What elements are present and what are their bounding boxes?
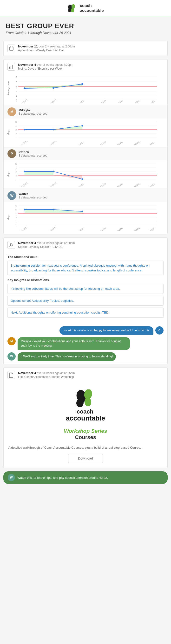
insight-3: Next: Additional thoughts on offering co… — [8, 308, 164, 318]
svg-text:1: 1 — [16, 224, 16, 226]
svg-point-26 — [24, 88, 26, 89]
insight-2-text: Options so far: Accessibility, Topics, L… — [10, 298, 160, 303]
patrick-name: Patrick — [18, 150, 47, 154]
svg-text:11/12/21: 11/12/21 — [99, 100, 107, 103]
svg-text:12/3/21: 12/3/21 — [148, 183, 155, 187]
walter-row: W Walter 3 data points recorded — [4, 188, 168, 202]
file-date: November 4 — [18, 371, 36, 375]
insight-3-text: Next: Additional thoughts on offering co… — [10, 310, 160, 315]
metric-card: November 4 over 3 weeks ago at 4:20pm Me… — [3, 59, 168, 234]
svg-text:3: 3 — [16, 128, 16, 131]
svg-text:3: 3 — [16, 170, 16, 173]
session-type: Session: — [18, 245, 29, 248]
svg-text:2: 2 — [16, 90, 17, 93]
insight-1-text: It's looking like subcommittees will be … — [10, 286, 160, 291]
svg-text:4: 4 — [16, 212, 16, 215]
file-type: File: — [18, 375, 24, 378]
svg-text:11/19/21: 11/19/21 — [116, 100, 124, 103]
svg-text:11/26/21: 11/26/21 — [133, 227, 140, 231]
session-date: November 4 — [18, 241, 36, 245]
svg-text:11/12/21: 11/12/21 — [99, 182, 107, 187]
chat-container: Loved this session - so happy to see eve… — [4, 324, 168, 364]
appointment-type: Appointment: — [18, 49, 35, 52]
svg-point-50 — [82, 125, 83, 127]
metric-date: November 4 — [18, 63, 36, 66]
svg-text:2: 2 — [16, 220, 16, 222]
message-2-avatar: M — [8, 337, 16, 345]
svg-text:11/26/21: 11/26/21 — [133, 182, 140, 187]
svg-text:1: 1 — [16, 95, 17, 98]
mikayla-name: Mikayla — [18, 108, 47, 112]
ca-logo-svg — [75, 390, 96, 407]
download-button[interactable]: Download — [68, 454, 103, 463]
patrick-chart-svg: 5 4 3 2 1 — [10, 161, 160, 187]
file-icon — [8, 371, 15, 379]
svg-text:5: 5 — [16, 163, 16, 165]
mikayla-avatar: M — [8, 108, 16, 116]
message-3: W It WAS such a lively time. This confer… — [8, 352, 164, 361]
svg-text:11/8/21: 11/8/21 — [78, 141, 84, 145]
y-axis-label-walter: days — [6, 203, 10, 231]
svg-text:11/8/21: 11/8/21 — [78, 100, 84, 103]
svg-text:12/3/21: 12/3/21 — [148, 228, 155, 231]
message-2: M Mikayla - loved your contributions and… — [8, 337, 164, 350]
situation-text: Brainstorming session for next year's co… — [10, 263, 160, 273]
svg-rect-4 — [10, 47, 13, 50]
mikayla-chart-svg: 5 4 3 2 1 10/22/21 — [10, 120, 160, 145]
svg-point-72 — [53, 171, 54, 172]
svg-text:3: 3 — [16, 86, 17, 88]
situation-box: Brainstorming session for next year's co… — [8, 260, 164, 275]
svg-text:11/26/21: 11/26/21 — [133, 100, 140, 103]
workshop-series-title: Workshop Series — [64, 428, 107, 434]
svg-text:1: 1 — [16, 136, 16, 139]
svg-text:4: 4 — [16, 81, 17, 83]
file-card: November 4 over 3 weeks ago at 12:25pm F… — [3, 368, 168, 468]
insight-2: Options so far: Accessibility, Topics, L… — [8, 296, 164, 306]
situation-label: The Situation/Focus — [8, 255, 164, 259]
svg-text:4: 4 — [16, 167, 16, 169]
appointment-card: November 11 over 2 weeks ago at 2:00pm A… — [3, 41, 168, 56]
svg-text:2: 2 — [16, 174, 16, 177]
mikayla-row: M Mikayla 3 data points recorded — [4, 105, 168, 118]
svg-text:10/29/21: 10/29/21 — [49, 226, 57, 231]
svg-point-97 — [82, 211, 83, 212]
message-1-avatar: C — [155, 326, 164, 334]
person-icon — [8, 241, 15, 249]
logo: coach accountable — [67, 3, 104, 13]
svg-text:1: 1 — [16, 178, 16, 181]
svg-text:2: 2 — [16, 132, 16, 135]
file-preview: coach accountable Workshop Series Course… — [4, 382, 168, 445]
svg-text:11/19/21: 11/19/21 — [116, 141, 124, 145]
metric-time-ago: over 3 weeks ago at 4:20pm — [37, 63, 73, 66]
svg-point-28 — [82, 83, 83, 85]
svg-text:10/29/21: 10/29/21 — [49, 140, 57, 145]
message-1: Loved this session - so happy to see eve… — [8, 326, 164, 335]
svg-point-96 — [53, 209, 54, 210]
svg-text:11/8/21: 11/8/21 — [78, 183, 84, 187]
svg-text:4: 4 — [16, 125, 16, 127]
svg-point-73 — [82, 178, 83, 180]
walter-chart-section: days 6 5 4 3 2 1 — [4, 202, 168, 234]
page-title: BEST GROUP EVER — [6, 22, 165, 30]
session-detail: Weekly Session - 11/4/21 — [30, 245, 62, 248]
svg-point-71 — [24, 171, 26, 172]
svg-text:10/22/21: 10/22/21 — [20, 99, 28, 103]
svg-rect-8 — [10, 67, 10, 69]
svg-text:10/29/21: 10/29/21 — [49, 99, 57, 103]
svg-point-95 — [24, 209, 26, 210]
file-time-ago: over 3 weeks ago at 12:25pm — [37, 371, 75, 375]
svg-text:10/22/21: 10/22/21 — [20, 226, 28, 231]
average-chart-svg: 5 4 3 2 1 0 — [10, 74, 160, 103]
svg-text:6: 6 — [16, 205, 16, 207]
svg-marker-69 — [24, 172, 54, 175]
svg-text:3: 3 — [16, 216, 16, 219]
svg-point-49 — [53, 129, 54, 130]
svg-text:5: 5 — [16, 208, 16, 211]
svg-text:10/29/21: 10/29/21 — [49, 182, 57, 187]
y-axis-label-avg: Average days — [6, 74, 10, 103]
bottom-message-text: Watch this for lots of tips, and pay spe… — [17, 476, 108, 480]
svg-text:0: 0 — [16, 99, 17, 102]
y-axis-label-patrick: days — [6, 161, 10, 187]
bottom-avatar: W — [8, 474, 15, 481]
svg-text:12/3/21: 12/3/21 — [148, 141, 155, 145]
